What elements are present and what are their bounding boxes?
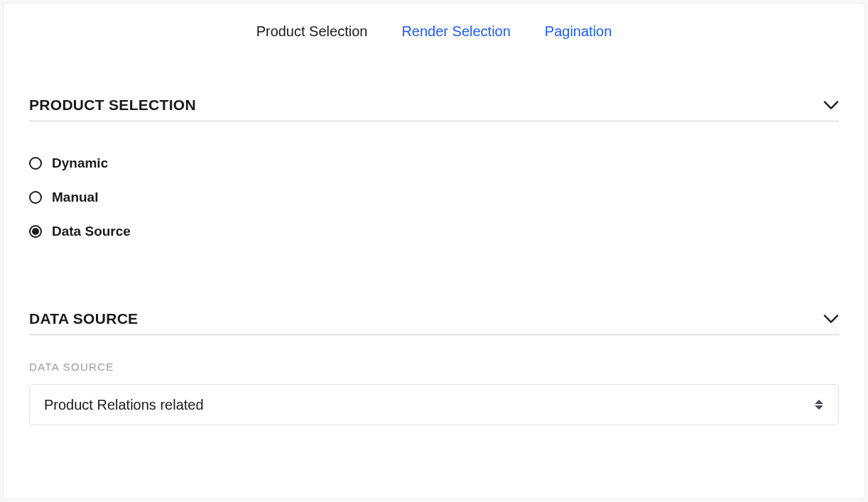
chevron-down-icon[interactable] <box>823 314 839 324</box>
settings-card: Product Selection Render Selection Pagin… <box>3 3 865 499</box>
data-source-select[interactable]: Product Relations related <box>29 384 839 425</box>
radio-data-source[interactable]: Data Source <box>29 224 839 239</box>
field-label-data-source: DATA SOURCE <box>29 361 839 373</box>
selection-mode-radios: Dynamic Manual Data Source <box>29 155 839 239</box>
radio-dynamic[interactable]: Dynamic <box>29 155 839 171</box>
data-source-select-wrap: Product Relations related <box>29 384 839 425</box>
tabs: Product Selection Render Selection Pagin… <box>29 23 839 40</box>
radio-icon <box>29 225 42 238</box>
radio-icon <box>29 191 42 204</box>
tab-render-selection[interactable]: Render Selection <box>401 23 510 40</box>
radio-label: Manual <box>52 190 98 205</box>
section-title: PRODUCT SELECTION <box>29 97 196 114</box>
tab-product-selection[interactable]: Product Selection <box>256 23 368 40</box>
radio-icon <box>29 157 42 170</box>
section-header-data-source[interactable]: DATA SOURCE <box>29 310 839 335</box>
tab-pagination[interactable]: Pagination <box>545 23 612 40</box>
section-header-product-selection[interactable]: PRODUCT SELECTION <box>29 97 839 121</box>
section-title: DATA SOURCE <box>29 310 138 327</box>
radio-label: Data Source <box>52 224 131 239</box>
radio-manual[interactable]: Manual <box>29 190 839 205</box>
radio-label: Dynamic <box>52 155 108 171</box>
chevron-down-icon[interactable] <box>823 100 839 110</box>
